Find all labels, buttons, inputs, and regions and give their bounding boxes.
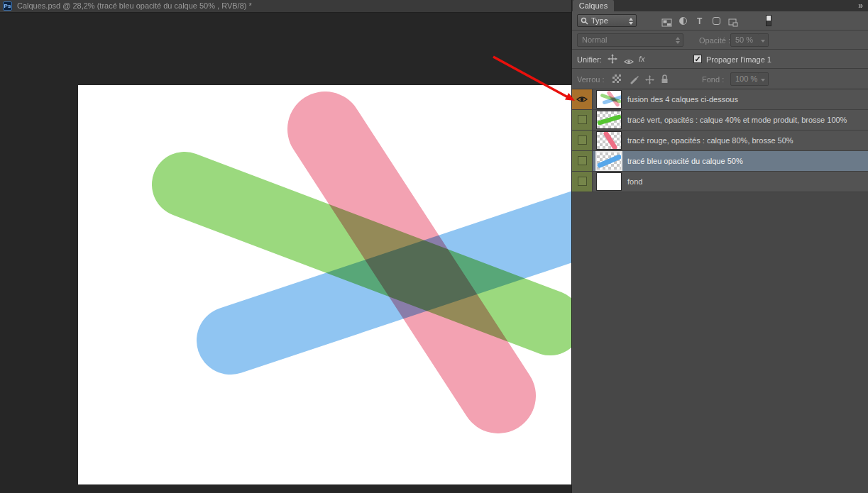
smart-object-filter-icon[interactable] bbox=[728, 17, 738, 30]
unify-visibility-icon[interactable] bbox=[624, 55, 634, 68]
layer-name: tracé vert, opacités : calque 40% et mod… bbox=[627, 110, 847, 130]
layer-name: fond bbox=[627, 172, 642, 192]
shape-layers-filter-icon[interactable] bbox=[713, 17, 720, 25]
adjustment-layers-filter-icon[interactable] bbox=[679, 17, 687, 25]
blend-row: Normal Opacité : 50 % bbox=[572, 31, 868, 50]
filter-row: Type T bbox=[572, 11, 868, 31]
visibility-checkbox-empty bbox=[578, 177, 587, 186]
layer-list: fusion des 4 calques ci-dessous tracé ve… bbox=[572, 89, 868, 192]
blend-mode-value: Normal bbox=[582, 34, 607, 46]
canvas-artwork bbox=[78, 85, 571, 484]
layers-panel: Calques » Type T bbox=[571, 0, 868, 493]
visibility-toggle[interactable] bbox=[572, 89, 593, 109]
filter-type-dropdown[interactable]: Type bbox=[577, 14, 637, 27]
layer-thumbnail[interactable] bbox=[596, 152, 622, 170]
layer-name: fusion des 4 calques ci-dessous bbox=[627, 89, 738, 109]
canvas[interactable] bbox=[78, 85, 571, 484]
opacity-label: Opacité : bbox=[699, 36, 730, 45]
lock-position-icon[interactable] bbox=[645, 74, 654, 87]
document-titlebar[interactable]: Ps Calques.psd @ 28,2% (tracé bleu opaci… bbox=[0, 0, 571, 13]
lock-row: Verrou : bbox=[572, 69, 868, 89]
fill-dropdown-arrow[interactable] bbox=[759, 72, 769, 86]
unify-label: Unifier: bbox=[577, 55, 602, 64]
lock-pixels-brush-icon[interactable] bbox=[630, 74, 639, 87]
document-area bbox=[0, 13, 571, 493]
visibility-checkbox-empty bbox=[578, 135, 587, 145]
visibility-toggle[interactable] bbox=[572, 172, 593, 192]
chevron-updown-icon bbox=[629, 18, 633, 25]
unify-position-icon[interactable] bbox=[608, 54, 617, 67]
blend-mode-dropdown[interactable]: Normal bbox=[577, 33, 683, 47]
fill-label: Fond : bbox=[702, 75, 724, 84]
layer-name: tracé rouge, opacités : calque 80%, bros… bbox=[627, 131, 793, 150]
visibility-checkbox-empty bbox=[578, 156, 587, 165]
filter-type-label: Type bbox=[591, 15, 608, 27]
fill-value-field[interactable]: 100 % bbox=[730, 72, 759, 86]
panel-tabbar: Calques » bbox=[572, 0, 868, 11]
photoshop-workspace: Ps Calques.psd @ 28,2% (tracé bleu opaci… bbox=[0, 0, 868, 493]
layer-thumbnail[interactable] bbox=[596, 131, 622, 150]
layer-row-trace-rouge[interactable]: tracé rouge, opacités : calque 80%, bros… bbox=[572, 131, 868, 151]
chevron-updown-icon bbox=[676, 37, 680, 44]
visibility-toggle[interactable] bbox=[572, 151, 593, 171]
layer-row-trace-bleu[interactable]: tracé bleu opacité du calque 50% bbox=[572, 151, 868, 172]
photoshop-app-icon: Ps bbox=[3, 1, 12, 11]
layer-name: tracé bleu opacité du calque 50% bbox=[627, 151, 743, 171]
visibility-toggle[interactable] bbox=[572, 110, 593, 130]
fill-value: 100 % bbox=[735, 73, 757, 85]
document-title: Calques.psd @ 28,2% (tracé bleu opacité … bbox=[17, 0, 252, 12]
panel-collapse-button[interactable]: » bbox=[858, 0, 863, 11]
tab-calques[interactable]: Calques bbox=[573, 0, 614, 11]
visibility-checkbox-empty bbox=[578, 115, 587, 124]
layer-thumbnail[interactable] bbox=[596, 90, 622, 109]
search-icon bbox=[581, 17, 588, 25]
type-layers-filter-icon[interactable]: T bbox=[697, 17, 702, 26]
opacity-dropdown-arrow[interactable] bbox=[759, 33, 769, 47]
lock-transparency-icon[interactable] bbox=[612, 74, 621, 83]
visibility-toggle[interactable] bbox=[572, 131, 593, 150]
unify-row: Unifier: fx ✓ Propager l'image 1 bbox=[572, 50, 868, 69]
layer-row-fond[interactable]: fond bbox=[572, 172, 868, 192]
lock-all-icon[interactable] bbox=[661, 74, 669, 87]
layer-row-trace-vert[interactable]: tracé vert, opacités : calque 40% et mod… bbox=[572, 110, 868, 131]
pixel-layers-filter-icon[interactable] bbox=[661, 17, 673, 30]
opacity-value: 50 % bbox=[735, 34, 753, 46]
propagate-frame-checkbox[interactable]: ✓ bbox=[693, 55, 702, 63]
propagate-frame-label: Propager l'image 1 bbox=[706, 55, 771, 64]
lock-label: Verrou : bbox=[577, 75, 605, 84]
layer-thumbnail[interactable] bbox=[596, 172, 622, 191]
eye-icon bbox=[576, 96, 588, 103]
unify-style-icon[interactable]: fx bbox=[639, 55, 645, 63]
layer-row-fusion[interactable]: fusion des 4 calques ci-dessous bbox=[572, 89, 868, 110]
opacity-value-field[interactable]: 50 % bbox=[730, 33, 759, 47]
layer-thumbnail[interactable] bbox=[596, 111, 622, 129]
layer-filtering-toggle[interactable] bbox=[766, 15, 771, 26]
